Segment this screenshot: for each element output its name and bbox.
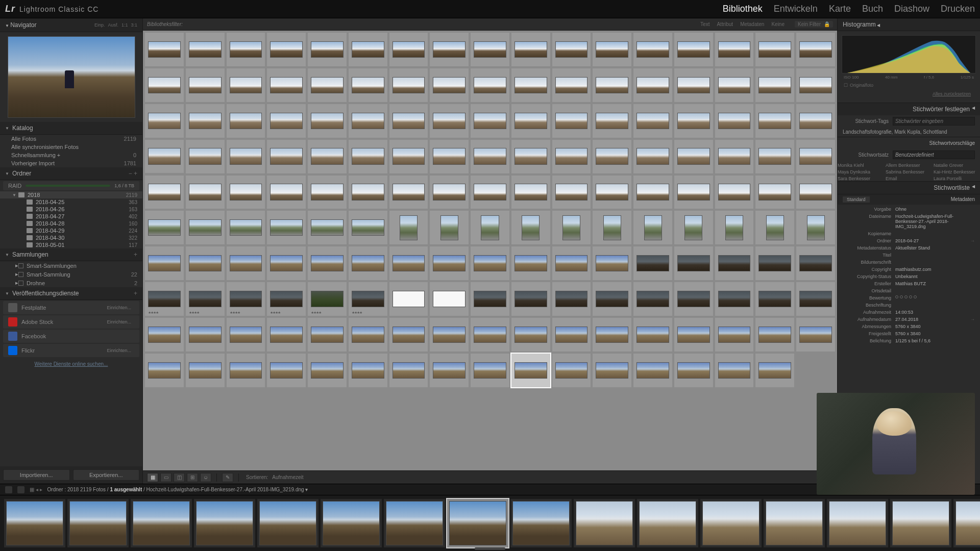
thumbnail-cell[interactable] — [593, 211, 631, 244]
filter-tab[interactable]: Metadaten — [740, 21, 764, 27]
metadata-header[interactable]: Standard Metadaten — [838, 194, 980, 205]
kw-tags-input[interactable] — [893, 117, 975, 126]
thumbnail-cell[interactable] — [715, 354, 754, 387]
folder-item[interactable]: ▼20182119 — [0, 191, 142, 198]
thumbnail-cell[interactable] — [796, 246, 835, 280]
filmstrip-thumb[interactable] — [764, 499, 825, 547]
module-karte[interactable]: Karte — [829, 4, 851, 14]
thumbnail-cell[interactable] — [796, 104, 835, 138]
existing-keywords[interactable]: Landschaftsfotografie, Mark Kupla, Schot… — [838, 127, 980, 137]
thumbnail-cell[interactable] — [471, 211, 509, 244]
thumbnail-cell[interactable] — [796, 282, 835, 316]
thumbnail-cell[interactable] — [267, 211, 306, 244]
thumbnail-cell[interactable] — [511, 68, 550, 102]
filmstrip-thumb[interactable] — [194, 499, 255, 547]
metadata-row[interactable]: Beschriftung — [838, 302, 980, 309]
filmstrip-thumb[interactable] — [67, 499, 129, 547]
thumbnail-cell[interactable] — [674, 140, 713, 173]
main-window-icon[interactable] — [5, 486, 12, 493]
filmstrip-thumb[interactable] — [700, 499, 762, 547]
thumbnail-cell[interactable] — [430, 246, 469, 280]
thumbnail-cell[interactable] — [227, 104, 265, 138]
filmstrip-thumb[interactable] — [637, 499, 698, 547]
thumbnail-cell[interactable] — [227, 246, 265, 280]
catalog-header[interactable]: Katalog — [0, 122, 142, 135]
thumbnail-cell[interactable] — [633, 68, 672, 102]
module-entwickeln[interactable]: Entwickeln — [774, 4, 818, 14]
navigator-zoom-options[interactable]: Einp. Ausf. 1:1 3:1 — [94, 22, 137, 28]
thumbnail-cell[interactable] — [308, 246, 347, 280]
kw-suggestion[interactable]: Maya Dynkoska — [838, 169, 884, 174]
thumbnail-cell[interactable] — [755, 176, 794, 209]
publish-service[interactable]: FlickrEinrichten... — [3, 344, 139, 357]
thumbnail-cell[interactable] — [389, 354, 428, 387]
thumbnail-cell[interactable] — [186, 176, 225, 209]
folder-item[interactable]: 2018-04-25363 — [0, 198, 142, 206]
thumbnail-cell[interactable] — [349, 211, 387, 244]
thumbnail-cell[interactable] — [227, 33, 265, 66]
thumbnail-cell[interactable] — [308, 354, 347, 387]
original-checkbox[interactable]: ☐Originalfoto — [842, 81, 976, 89]
metadata-row[interactable]: Belichtung1/125 s bei f / 5,6 — [838, 337, 980, 344]
thumbnail-cell[interactable] — [227, 68, 265, 102]
thumbnail-cell[interactable] — [511, 104, 550, 138]
thumbnail-cell[interactable] — [633, 282, 672, 316]
thumbnail-cell[interactable] — [593, 318, 631, 352]
thumbnail-cell[interactable] — [633, 140, 672, 173]
thumbnail-cell[interactable] — [186, 246, 225, 280]
metadata-row[interactable]: Abmessungen5760 x 3840 — [838, 323, 980, 330]
thumbnail-cell[interactable] — [552, 282, 591, 316]
thumbnail-cell[interactable] — [430, 318, 469, 352]
export-button[interactable]: Exportieren... — [73, 469, 140, 481]
thumbnail-cell[interactable] — [633, 104, 672, 138]
histogram-header[interactable]: Histogramm — [838, 18, 980, 31]
thumbnail-cell[interactable] — [552, 354, 591, 387]
folder-item[interactable]: 2018-04-29224 — [0, 227, 142, 234]
thumbnail-cell[interactable] — [755, 246, 794, 280]
metadata-row[interactable]: Bewertung — [838, 294, 980, 302]
metadata-row[interactable]: Aufnahmedatum27.04.2018→ — [838, 316, 980, 323]
thumbnail-cell[interactable] — [186, 68, 225, 102]
thumbnail-cell[interactable] — [511, 33, 550, 66]
thumbnail-cell[interactable] — [349, 246, 387, 280]
thumbnail-cell[interactable] — [145, 33, 184, 66]
thumbnail-cell[interactable] — [755, 33, 794, 66]
catalog-item[interactable]: Alle synchronisierten Fotos — [0, 143, 142, 151]
publish-service[interactable]: FestplatteEinrichten... — [3, 301, 139, 314]
module-diashow[interactable]: Diashow — [894, 4, 929, 14]
kw-suggestion[interactable]: Sara Benkesser — [838, 176, 884, 181]
thumbnail-cell[interactable] — [430, 104, 469, 138]
thumbnail-cell[interactable] — [430, 354, 469, 387]
metadata-row[interactable]: Ortsdetail — [838, 287, 980, 294]
thumbnail-cell[interactable] — [227, 211, 265, 244]
thumbnail-cell[interactable] — [715, 176, 754, 209]
filmstrip-thumb[interactable] — [384, 499, 445, 547]
folders-header[interactable]: Ordner − + — [0, 167, 142, 180]
filmstrip-thumb[interactable] — [4, 499, 65, 547]
thumbnail-cell[interactable] — [349, 140, 387, 173]
metadata-row[interactable]: DateinameHochzeit-Ludwigshafen-Full-Benk… — [838, 213, 980, 230]
thumbnail-cell[interactable] — [511, 354, 550, 387]
metadata-preset[interactable]: Standard — [843, 196, 870, 203]
metadata-row[interactable]: Kopiename — [838, 230, 980, 237]
metadata-row[interactable]: Ordner2018-04-27→ — [838, 237, 980, 244]
thumbnail-cell[interactable] — [471, 246, 509, 280]
collection-item[interactable]: ▸ Drohne2 — [0, 279, 142, 287]
collections-header[interactable]: Sammlungen + — [0, 248, 142, 261]
thumbnail-cell[interactable] — [267, 140, 306, 173]
thumbnail-cell[interactable] — [511, 140, 550, 173]
thumbnail-cell[interactable] — [267, 246, 306, 280]
thumbnail-cell[interactable] — [471, 140, 509, 173]
thumbnail-cell[interactable] — [796, 140, 835, 173]
collection-item[interactable]: ▸ Smart-Sammlung22 — [0, 270, 142, 279]
thumbnail-cell[interactable] — [349, 68, 387, 102]
status-path[interactable]: Ordner : 2018 2119 Fotos / 1 ausgewählt … — [47, 487, 308, 492]
thumbnail-cell[interactable] — [389, 68, 428, 102]
thumbnail-cell[interactable] — [633, 354, 672, 387]
thumbnail-cell[interactable] — [511, 318, 550, 352]
filter-tab[interactable]: Attribut — [717, 21, 733, 27]
filmstrip-thumb[interactable] — [574, 499, 635, 547]
thumbnail-cell[interactable] — [430, 282, 469, 316]
thumbnail-cell[interactable] — [349, 104, 387, 138]
thumbnail-cell[interactable] — [796, 211, 835, 244]
